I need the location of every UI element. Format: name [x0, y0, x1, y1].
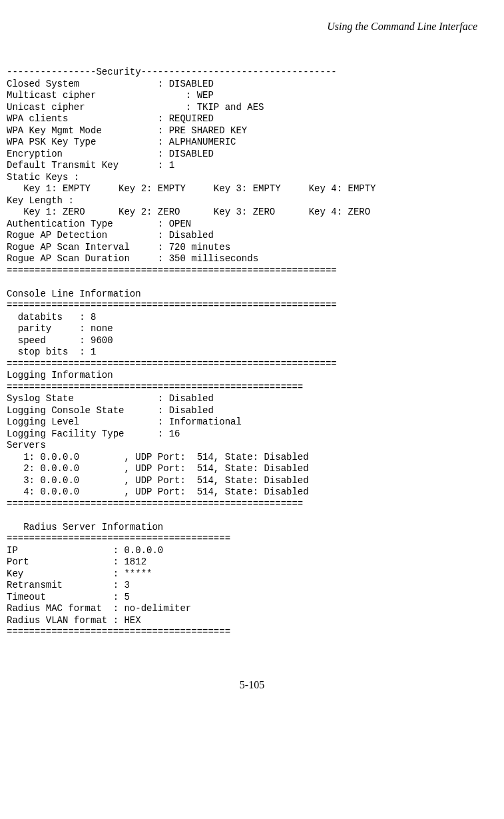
line-encryption: Encryption : DISABLED [7, 149, 214, 159]
line-key-length-label: Key Length : [7, 195, 79, 206]
line-logging-info-title: Logging Information [7, 370, 113, 381]
line-syslog-state: Syslog State : Disabled [7, 393, 214, 404]
line-server-2: 2: 0.0.0.0 , UDP Port: 514, State: Disab… [7, 463, 309, 474]
line-radius-mac-format: Radius MAC format : no-delimiter [7, 603, 191, 614]
line-console-info-title: Console Line Information [7, 289, 141, 299]
line-divider: ========================================… [7, 382, 303, 393]
line-security-header: ----------------Security----------------… [7, 67, 337, 77]
line-server-3: 3: 0.0.0.0 , UDP Port: 514, State: Disab… [7, 475, 309, 486]
line-static-keys-label: Static Keys : [7, 172, 85, 183]
line-server-1: 1: 0.0.0.0 , UDP Port: 514, State: Disab… [7, 452, 309, 462]
line-key-length-values: Key 1: ZERO Key 2: ZERO Key 3: ZERO Key … [7, 207, 381, 217]
line-static-keys-values: Key 1: EMPTY Key 2: EMPTY Key 3: EMPTY K… [7, 183, 387, 194]
line-radius-timeout: Timeout : 5 [7, 592, 130, 602]
page-number: 5-105 [7, 678, 497, 692]
terminal-output: ----------------Security----------------… [7, 67, 497, 638]
line-auth-type: Authentication Type : OPEN [7, 219, 191, 229]
line-radius-key: Key : ***** [7, 568, 152, 579]
line-divider: ========================================… [7, 300, 337, 311]
line-radius-vlan-format: Radius VLAN format : HEX [7, 615, 141, 626]
line-stop-bits: stop bits : 1 [7, 347, 96, 357]
line-divider: ======================================== [7, 626, 230, 637]
line-unicast-cipher: Unicast cipher : TKIP and AES [7, 102, 264, 113]
line-wpa-key-mgmt: WPA Key Mgmt Mode : PRE SHARED KEY [7, 125, 247, 136]
line-rogue-ap-scan-interval: Rogue AP Scan Interval : 720 minutes [7, 242, 230, 253]
line-parity: parity : none [7, 323, 113, 334]
line-logging-console-state: Logging Console State : Disabled [7, 405, 214, 416]
line-radius-port: Port : 1812 [7, 556, 146, 567]
line-wpa-psk-key-type: WPA PSK Key Type : ALPHANUMERIC [7, 137, 236, 147]
line-rogue-ap-detection: Rogue AP Detection : Disabled [7, 230, 214, 241]
line-closed-system: Closed System : DISABLED [7, 79, 214, 89]
page-header: Using the Command Line Interface [7, 20, 497, 33]
line-radius-retransmit: Retransmit : 3 [7, 580, 130, 590]
line-divider: ========================================… [7, 498, 303, 509]
line-multicast-cipher: Multicast cipher : WEP [7, 90, 214, 101]
line-divider: ========================================… [7, 359, 337, 369]
line-speed: speed : 9600 [7, 335, 113, 346]
line-servers-label: Servers [7, 440, 46, 450]
line-logging-facility-type: Logging Facility Type : 16 [7, 428, 180, 439]
line-server-4: 4: 0.0.0.0 , UDP Port: 514, State: Disab… [7, 486, 309, 497]
line-divider: ========================================… [7, 265, 337, 276]
line-divider: ======================================== [7, 533, 230, 544]
line-logging-level: Logging Level : Informational [7, 416, 242, 427]
line-wpa-clients: WPA clients : REQUIRED [7, 113, 214, 124]
line-databits: databits : 8 [7, 312, 96, 323]
line-radius-title: Radius Server Information [7, 522, 163, 532]
line-default-transmit-key: Default Transmit Key : 1 [7, 160, 174, 171]
line-radius-ip: IP : 0.0.0.0 [7, 545, 163, 556]
line-rogue-ap-scan-duration: Rogue AP Scan Duration : 350 millisecond… [7, 253, 258, 264]
